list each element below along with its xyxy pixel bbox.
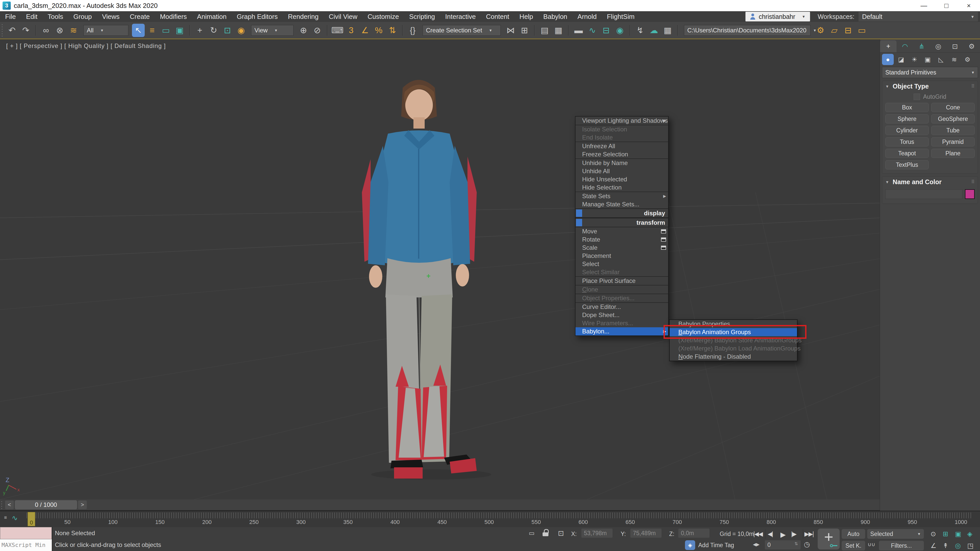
close-icon[interactable]: × — [958, 0, 980, 11]
menu-item-node-flattening[interactable]: Node Flattening - Disabled — [670, 353, 797, 361]
workspace-dropdown[interactable]: Default ▼ — [859, 12, 978, 21]
menu-babylon[interactable]: Babylon — [538, 11, 573, 22]
plane-button[interactable]: Plane — [931, 149, 975, 158]
isolate-selection-toggle-icon[interactable]: ▭ — [529, 530, 535, 537]
minimize-icon[interactable]: — — [913, 0, 935, 11]
next-frame-icon[interactable]: |▶ — [791, 530, 796, 537]
spinner-arrows-icon[interactable]: ◀▶ — [753, 542, 759, 547]
shapes-icon[interactable]: ◪ — [895, 54, 907, 65]
geometry-icon[interactable]: ● — [882, 54, 894, 65]
maxscript-macro-recorder[interactable] — [0, 527, 52, 539]
project-structure-icon[interactable]: ⊟ — [842, 24, 854, 37]
play-animation-icon[interactable]: ▶ — [780, 530, 785, 539]
menu-item-curve-editor[interactable]: Curve Editor... — [576, 303, 668, 311]
orbit-icon[interactable]: ◎ — [955, 542, 961, 550]
torus-button[interactable]: Torus — [885, 137, 929, 146]
menu-item-placement[interactable]: Placement — [576, 252, 668, 260]
select-object-icon[interactable]: ↖ — [132, 24, 145, 37]
menu-item-dope-sheet[interactable]: Dope Sheet... — [576, 311, 668, 319]
menu-item-move[interactable]: Move — [576, 227, 668, 235]
cylinder-button[interactable]: Cylinder — [885, 126, 929, 135]
spinner-snap-icon[interactable]: ⇅ — [386, 24, 399, 37]
teapot-button[interactable]: Teapot — [885, 149, 929, 158]
use-pivot-point-center-icon[interactable]: ⊕ — [297, 24, 310, 37]
tab-hierarchy[interactable]: ⋔ — [913, 40, 930, 52]
menu-item-state-sets[interactable]: State Sets▶ — [576, 192, 668, 200]
z-coordinate-field[interactable]: 0,0m — [678, 529, 710, 538]
time-configuration-icon[interactable]: ◷ — [804, 540, 810, 548]
zoom-icon[interactable]: ⊙ — [931, 530, 936, 538]
render-setup-icon[interactable]: ↯ — [634, 24, 646, 37]
set-key-button[interactable]: Set K. — [842, 541, 865, 551]
menu-item-rotate[interactable]: Rotate — [576, 235, 668, 244]
next-frame-button[interactable]: > — [78, 500, 87, 509]
pyramid-button[interactable]: Pyramid — [931, 137, 975, 146]
geosphere-button[interactable]: GeoSphere — [931, 114, 975, 124]
curve-editor-icon[interactable]: ∿ — [586, 24, 599, 37]
tube-button[interactable]: Tube — [931, 126, 975, 135]
menu-item-babylon[interactable]: Babylon...▶ — [576, 327, 668, 335]
render-in-cloud-icon[interactable]: ☁ — [648, 24, 660, 37]
absolute-mode-toggle-icon[interactable]: ⊡ — [558, 529, 564, 537]
settings-box-icon[interactable] — [661, 229, 666, 233]
menu-flightsim[interactable]: FlightSim — [602, 11, 640, 22]
y-coordinate-field[interactable]: 75,489m — [630, 529, 662, 538]
menu-rendering[interactable]: Rendering — [283, 11, 324, 22]
box-button[interactable]: Box — [885, 103, 929, 112]
name-color-header[interactable]: ▼ Name and Color ⠿ — [882, 176, 978, 187]
menu-item-manage-state-sets[interactable]: Manage State Sets... — [576, 200, 668, 208]
named-selection-sets-icon[interactable]: {} — [406, 24, 419, 37]
current-frame-marker[interactable]: 0 — [27, 512, 35, 526]
walk-through-icon[interactable]: ↟ — [943, 542, 948, 550]
x-coordinate-field[interactable]: 53,798m — [581, 529, 612, 538]
perspective-viewport[interactable]: Z x y [ + ] [ Perspective ] [ High Quali… — [0, 39, 880, 499]
keyboard-shortcut-override-icon[interactable]: ⌨ — [331, 24, 344, 37]
redo-icon[interactable]: ↷ — [19, 24, 32, 37]
tab-modify[interactable]: ◠ — [897, 40, 913, 52]
menu-civil-view[interactable]: Civil View — [324, 11, 363, 22]
time-slider-value[interactable]: 0 / 1000 — [15, 500, 77, 510]
unlink-selection-icon[interactable]: ⊗ — [53, 24, 66, 37]
viewport-label[interactable]: [ + ] [ Perspective ] [ High Quality ] [… — [6, 42, 166, 49]
rectangular-selection-region-icon[interactable]: ▭ — [159, 24, 172, 37]
lights-icon[interactable]: ☀ — [908, 54, 920, 65]
select-and-link-icon[interactable]: ∞ — [40, 24, 52, 37]
menu-create[interactable]: Create — [125, 11, 155, 22]
maximize-icon[interactable]: □ — [935, 0, 958, 11]
rendered-frame-window-icon[interactable]: ▦ — [661, 24, 674, 37]
menu-item-unfreeze-all[interactable]: Unfreeze All — [576, 142, 668, 150]
previous-frame-button[interactable]: < — [5, 500, 14, 509]
settings-box-icon[interactable] — [661, 238, 666, 241]
menu-views[interactable]: Views — [97, 11, 125, 22]
time-slider-drag-handle[interactable] — [0, 500, 3, 510]
settings-box-icon[interactable] — [661, 246, 666, 250]
project-folder-dropdown[interactable]: C:\Users\Christian\Documents\3dsMax2020 … — [684, 25, 811, 36]
menu-item-hide-unselected[interactable]: Hide Unselected — [576, 175, 668, 183]
tab-create[interactable]: + — [880, 40, 897, 52]
previous-frame-icon[interactable]: ◀| — [768, 530, 773, 537]
menu-modifiers[interactable]: Modifiers — [155, 11, 192, 22]
systems-icon[interactable]: ⚙ — [962, 54, 974, 65]
cone-button[interactable]: Cone — [931, 103, 975, 112]
maxscript-mini-listener[interactable]: MAXScript Min — [0, 527, 52, 551]
tab-display[interactable]: ⊡ — [947, 40, 963, 52]
field-of-view-icon[interactable]: ∠ — [931, 542, 936, 550]
zoom-extents-icon[interactable]: ▣ — [955, 530, 961, 538]
menu-item-viewport-lighting[interactable]: Viewport Lighting and Shadows▶ — [576, 117, 668, 125]
menu-graph-editors[interactable]: Graph Editors — [232, 11, 283, 22]
select-and-rotate-icon[interactable]: ↻ — [207, 24, 220, 37]
select-and-scale-icon[interactable]: ⊡ — [221, 24, 234, 37]
menu-interactive[interactable]: Interactive — [440, 11, 481, 22]
schematic-view-icon[interactable]: ⊟ — [600, 24, 612, 37]
transform-quad-header[interactable]: transform — [576, 218, 668, 227]
select-by-name-icon[interactable]: ≡ — [146, 24, 159, 37]
menu-item-unhide-by-name[interactable]: Unhide by Name — [576, 159, 668, 167]
track-bar[interactable]: ≡ ∿ 0 50100 150200 250300 350400 450500 … — [0, 511, 980, 527]
bind-to-space-warp-icon[interactable]: ≋ — [67, 24, 80, 37]
add-time-tag[interactable]: Add Time Tag — [698, 542, 734, 549]
go-to-end-icon[interactable]: ▶▶| — [804, 530, 813, 537]
zoom-extents-all-icon[interactable]: ◈ — [967, 530, 972, 538]
align-icon[interactable]: ⊞ — [518, 24, 531, 37]
menu-customize[interactable]: Customize — [363, 11, 404, 22]
key-mode-toggle-icon[interactable]: ∪∪ — [868, 541, 875, 548]
